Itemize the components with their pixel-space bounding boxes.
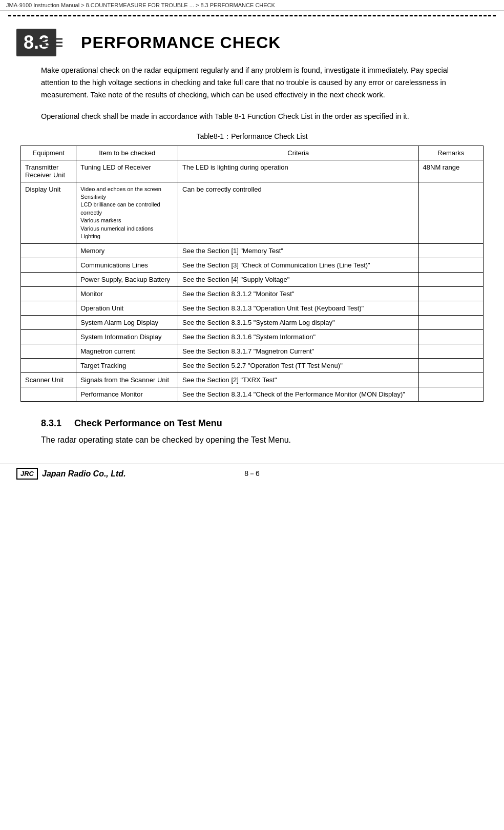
cell-remarks [418, 287, 483, 301]
subsection-text: The radar operating state can be checked… [41, 433, 463, 447]
cell-criteria: See the Section 8.3.1.2 "Monitor Test" [178, 287, 419, 301]
table-header-row: Equipment Item to be checked Criteria Re… [21, 146, 484, 160]
col-header-equipment: Equipment [21, 146, 76, 160]
section-number-box: 8.3 [16, 29, 56, 56]
cell-item: System Information Display [76, 330, 178, 344]
section-number-lines [42, 36, 62, 49]
cell-remarks [418, 182, 483, 244]
table-row: Scanner UnitSignals from the Scanner Uni… [21, 373, 484, 387]
breadcrumb: JMA-9100 Instruction Manual > 8.COUNTERM… [0, 0, 504, 11]
table-row: Communications LinesSee the Section [3] … [21, 258, 484, 273]
cell-item: Signals from the Scanner Unit [76, 373, 178, 387]
cell-equipment [21, 258, 76, 273]
table-row: Magnetron currentSee the Section 8.3.1.7… [21, 344, 484, 359]
cell-remarks [418, 330, 483, 344]
table-title: Table8-1：Performance Check List [20, 132, 484, 141]
col-header-item: Item to be checked [76, 146, 178, 160]
cell-equipment: Transmitter Receiver Unit [21, 160, 76, 182]
cell-equipment [21, 244, 76, 258]
cell-item: Performance Monitor [76, 387, 178, 402]
table-row: MonitorSee the Section 8.3.1.2 "Monitor … [21, 287, 484, 301]
jrc-logo: JRC [16, 468, 38, 480]
subsection-number: 8.3.1 [41, 418, 61, 428]
page-number: 8－6 [244, 469, 260, 479]
cell-remarks: 48NM range [418, 160, 483, 182]
cell-equipment [21, 273, 76, 287]
table-row: Target TrackingSee the Section 5.2.7 "Op… [21, 359, 484, 373]
cell-equipment: Scanner Unit [21, 373, 76, 387]
breadcrumb-text: JMA-9100 Instruction Manual > 8.COUNTERM… [6, 2, 275, 8]
cell-remarks [418, 301, 483, 316]
subsection-8-3-1: 8.3.1 Check Performance on Test Menu The… [41, 418, 463, 447]
cell-criteria: See the Section [3] "Check of Communicat… [178, 258, 419, 273]
cell-criteria: See the Section 8.3.1.3 "Operation Unit … [178, 301, 419, 316]
cell-equipment [21, 344, 76, 359]
company-name: Japan Radio Co., Ltd. [42, 469, 126, 479]
subsection-heading: Check Performance on Test Menu [74, 418, 222, 428]
cell-item: Video and echoes on the screen Sensitivi… [76, 182, 178, 244]
intro-paragraph1: Make operational check on the radar equi… [41, 65, 463, 101]
cell-item: Operation Unit [76, 301, 178, 316]
col-header-remarks: Remarks [418, 146, 483, 160]
cell-criteria: See the Section [1] "Memory Test" [178, 244, 419, 258]
cell-equipment [21, 387, 76, 402]
cell-criteria: See the Section 8.3.1.7 "Magnetron Curre… [178, 344, 419, 359]
cell-remarks [418, 359, 483, 373]
cell-remarks [418, 387, 483, 402]
cell-criteria: See the Section 5.2.7 "Operation Test (T… [178, 359, 419, 373]
cell-item: Memory [76, 244, 178, 258]
cell-equipment [21, 316, 76, 330]
dashed-divider [8, 15, 496, 16]
subsection-title: 8.3.1 Check Performance on Test Menu [41, 418, 463, 429]
cell-equipment [21, 359, 76, 373]
section-title: PERFORMANCE CHECK [81, 33, 281, 52]
table-row: Performance MonitorSee the Section 8.3.1… [21, 387, 484, 402]
cell-item: Tuning LED of Receiver [76, 160, 178, 182]
intro-paragraph2: Operational check shall be made in accor… [41, 111, 463, 123]
cell-remarks [418, 273, 483, 287]
cell-remarks [418, 316, 483, 330]
table-row: System Information DisplaySee the Sectio… [21, 330, 484, 344]
cell-item: Power Supply, Backup Battery [76, 273, 178, 287]
cell-criteria: The LED is lighting during operation [178, 160, 419, 182]
cell-criteria: Can be correctly controlled [178, 182, 419, 244]
table-row: Power Supply, Backup BatterySee the Sect… [21, 273, 484, 287]
cell-item: System Alarm Log Display [76, 316, 178, 330]
table-row: Display UnitVideo and echoes on the scre… [21, 182, 484, 244]
performance-check-table: Equipment Item to be checked Criteria Re… [20, 146, 484, 402]
footer-logo: JRC Japan Radio Co., Ltd. [16, 468, 126, 480]
section-header: 8.3 PERFORMANCE CHECK [16, 29, 488, 56]
cell-equipment [21, 330, 76, 344]
footer: JRC Japan Radio Co., Ltd. 8－6 [0, 464, 504, 484]
cell-equipment: Display Unit [21, 182, 76, 244]
cell-equipment [21, 301, 76, 316]
cell-remarks [418, 244, 483, 258]
cell-item: Monitor [76, 287, 178, 301]
table-row: Operation UnitSee the Section 8.3.1.3 "O… [21, 301, 484, 316]
cell-criteria: See the Section [2] "TXRX Test" [178, 373, 419, 387]
col-header-criteria: Criteria [178, 146, 419, 160]
table-row: Transmitter Receiver UnitTuning LED of R… [21, 160, 484, 182]
cell-remarks [418, 258, 483, 273]
cell-item: Communications Lines [76, 258, 178, 273]
cell-criteria: See the Section 8.3.1.4 "Check of the Pe… [178, 387, 419, 402]
cell-item: Magnetron current [76, 344, 178, 359]
table-row: MemorySee the Section [1] "Memory Test" [21, 244, 484, 258]
cell-criteria: See the Section [4] "Supply Voltage" [178, 273, 419, 287]
cell-equipment [21, 287, 76, 301]
intro-content: Make operational check on the radar equi… [41, 65, 463, 123]
cell-remarks [418, 344, 483, 359]
cell-criteria: See the Section 8.3.1.5 "System Alarm Lo… [178, 316, 419, 330]
table-row: System Alarm Log DisplaySee the Section … [21, 316, 484, 330]
cell-item: Target Tracking [76, 359, 178, 373]
cell-criteria: See the Section 8.3.1.6 "System Informat… [178, 330, 419, 344]
cell-remarks [418, 373, 483, 387]
